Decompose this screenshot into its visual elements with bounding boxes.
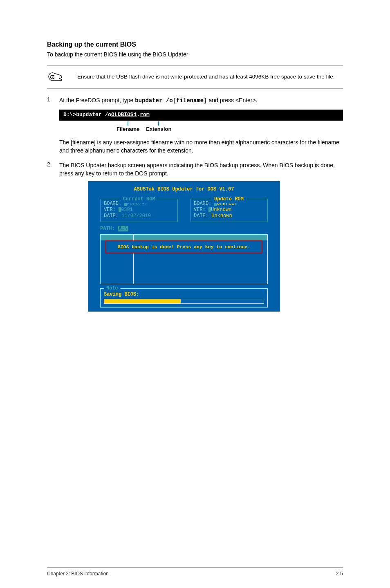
step-number: 1. bbox=[47, 96, 59, 103]
path-label: PATH: bbox=[100, 226, 118, 231]
step-2: 2. The BIOS Updater backup screen appear… bbox=[47, 161, 343, 312]
info-note: Ensure that the USB flash drive is not w… bbox=[47, 65, 343, 89]
step-1: 1. At the FreeDOS prompt, type bupdater … bbox=[47, 96, 343, 155]
date-label: DATE: bbox=[194, 213, 211, 219]
ver-label: VER: bbox=[194, 207, 208, 213]
bios-note-box: Note Saving BIOS: bbox=[100, 288, 268, 307]
file-panel: BIOS backup is done! Press any key to co… bbox=[100, 234, 268, 284]
section-heading: Backing up the current BIOS bbox=[47, 41, 343, 48]
step2-text: The BIOS Updater backup screen appears i… bbox=[59, 161, 343, 178]
board-label: BOARD: bbox=[194, 201, 214, 206]
cur-ver: 0301 bbox=[121, 207, 133, 213]
hand-pointing-icon bbox=[47, 70, 64, 84]
intro-text: To backup the current BIOS file using th… bbox=[47, 51, 343, 59]
note-legend: Note bbox=[104, 285, 121, 292]
saving-bios-label: Saving BIOS: bbox=[104, 291, 264, 298]
backup-done-banner: BIOS backup is done! Press any key to co… bbox=[105, 240, 262, 254]
terminal-block: D:\>bupdater /oOLDBIOS1.rom Filename Ext… bbox=[59, 110, 343, 133]
update-rom-legend: Update ROM bbox=[212, 196, 246, 203]
upd-date: Unknown bbox=[211, 213, 232, 219]
step1-prefix: At the FreeDOS prompt, type bbox=[59, 97, 135, 103]
bios-updater-screen: ASUSTek BIOS Updater for DOS V1.07 Curre… bbox=[88, 181, 280, 312]
note-text: Ensure that the USB flash drive is not w… bbox=[73, 73, 335, 81]
step-number: 2. bbox=[47, 161, 59, 168]
terminal-ext: rom bbox=[140, 112, 149, 118]
step1-code: bupdater /o[filename] bbox=[135, 97, 207, 104]
upd-ver: Unknown bbox=[211, 207, 231, 213]
current-rom-legend: Current ROM bbox=[120, 196, 157, 203]
step1-suffix: and press <Enter>. bbox=[207, 97, 258, 103]
path-line: PATH: A:\ bbox=[88, 225, 280, 232]
page-footer: Chapter 2: BIOS information 2-5 bbox=[47, 571, 343, 577]
footer-rule bbox=[47, 567, 343, 568]
file-panel-header bbox=[101, 235, 267, 240]
progress-fill bbox=[104, 299, 181, 303]
terminal-cmd: bupdater /o bbox=[76, 112, 111, 118]
callout-extension-label: Extension bbox=[146, 126, 171, 133]
progress-bar bbox=[104, 299, 264, 304]
callout-tick-icon bbox=[128, 121, 128, 126]
terminal-filename: OLDBIOS1 bbox=[111, 112, 137, 118]
current-rom-box: Current ROM BOARD: P8H67-M VER: 0301 DAT… bbox=[100, 199, 178, 222]
footer-right: 2-5 bbox=[336, 571, 343, 577]
terminal-line: D:\>bupdater /oOLDBIOS1.rom bbox=[59, 110, 343, 121]
date-label: DATE: bbox=[104, 213, 121, 219]
callout-tick-icon bbox=[158, 121, 159, 126]
bios-title: ASUSTek BIOS Updater for DOS V1.07 bbox=[88, 186, 280, 193]
update-rom-box: Update ROM BOARD: Unknown VER: Unknown D… bbox=[190, 199, 268, 222]
callout-filename-label: Filename bbox=[117, 126, 139, 133]
footer-left: Chapter 2: BIOS information bbox=[47, 571, 109, 577]
step1-explain: The [filename] is any user-assigned file… bbox=[59, 138, 343, 155]
cur-date: 11/02/2010 bbox=[121, 213, 151, 219]
terminal-prompt: D:\> bbox=[63, 112, 76, 118]
ver-label: VER: bbox=[104, 207, 119, 213]
path-value: A:\ bbox=[118, 226, 128, 231]
